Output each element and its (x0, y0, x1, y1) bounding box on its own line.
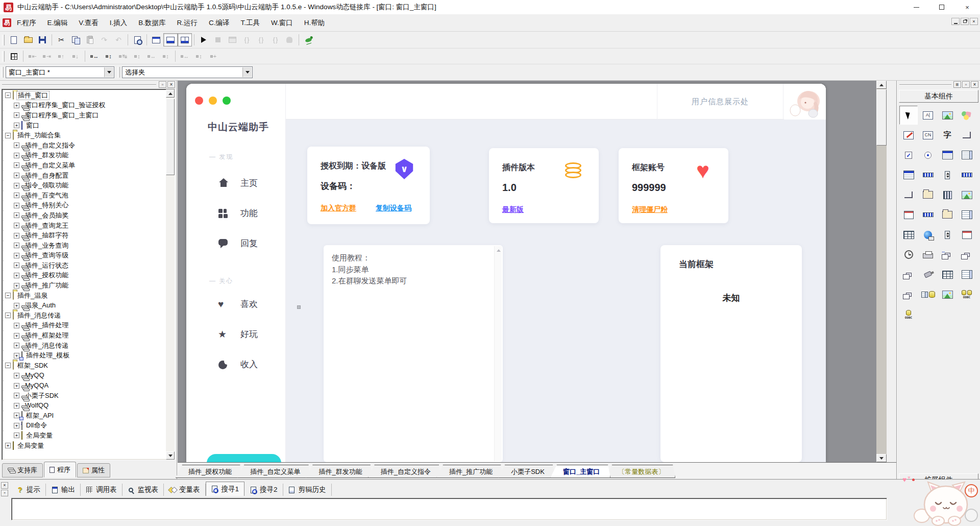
tree-item-label[interactable]: 插件_业务查询 (24, 242, 69, 250)
tree-row[interactable]: −插件_功能合集 (3, 130, 165, 140)
component-rich-edit-box[interactable] (899, 126, 918, 145)
component-odbc-database[interactable]: ODBC (958, 285, 976, 304)
align-right-button[interactable]: ⇥ (40, 50, 54, 63)
component-data-exchange[interactable] (938, 245, 957, 264)
tree-expand-toggle[interactable]: + (14, 273, 19, 278)
menu-B.数据库[interactable]: B.数据库 (133, 17, 171, 29)
editor-tab-小栗子SDK[interactable]: 小栗子SDK (498, 465, 555, 478)
component-label[interactable]: A| (919, 106, 937, 125)
tree-row[interactable]: −插件_消息传递 (3, 310, 165, 321)
component-window-container[interactable] (958, 225, 976, 244)
component-record-to-doc[interactable] (899, 285, 918, 304)
make-same-width-button[interactable]: ↔ (144, 50, 159, 63)
layout-split-pane-button[interactable] (178, 33, 192, 46)
tree-expand-toggle[interactable]: + (14, 262, 19, 268)
tree-row[interactable]: +MyQQ (3, 371, 165, 381)
align-bottom-button[interactable]: ↓ (68, 50, 83, 63)
maximize-button[interactable] (929, 0, 954, 14)
mdi-close-button[interactable]: × (970, 18, 978, 25)
tree-row[interactable]: +Dll命令 (3, 421, 165, 431)
panel-drag-handle[interactable] (2, 84, 156, 85)
tree-item-label[interactable]: 插件_自定义指令 (24, 141, 76, 150)
tree-row[interactable]: +插件_授权功能 (3, 271, 165, 281)
step-out-button[interactable]: { } (268, 33, 282, 46)
tutorial-textbox[interactable]: 使用教程： 1.同步菜单 2.在群聊发送菜单即可 (324, 245, 503, 462)
component-picture-box[interactable] (938, 106, 957, 125)
tree-item-label[interactable]: 插件_自定义菜单 (24, 161, 76, 170)
dock-tab-输出[interactable]: 输出 (46, 484, 81, 496)
component-checkbox[interactable]: ✓ (899, 146, 918, 164)
step-over-button[interactable]: { } (254, 33, 268, 46)
tree-row[interactable]: +插件_百变气泡 (3, 190, 165, 201)
component-odbc-query[interactable]: ODBC (899, 305, 918, 324)
tree-row[interactable]: +MyQQA (3, 380, 165, 391)
panel-float-button[interactable]: ▫ (159, 81, 166, 88)
panel-close-button[interactable]: × (167, 81, 175, 88)
tree-item-label[interactable]: 插件_百变气泡 (24, 192, 69, 200)
tree-expand-toggle[interactable]: − (5, 363, 11, 368)
left-tab-支持库[interactable]: 支持库 (2, 463, 43, 477)
textbox-scrollbar[interactable] (494, 246, 502, 461)
center-vertical-button[interactable]: ↕ (102, 50, 116, 63)
fit-both-button[interactable]: + (206, 50, 220, 63)
scroll-up-button[interactable] (876, 81, 887, 89)
scroll-down-button[interactable] (876, 454, 887, 462)
component-internet-transfer[interactable] (919, 225, 937, 244)
component-dir-box[interactable] (938, 205, 957, 224)
panel-drag-handle[interactable] (899, 84, 951, 85)
latest-version-link[interactable]: 最新版 (502, 205, 524, 214)
tree-expand-toggle[interactable]: − (5, 313, 11, 318)
tree-row[interactable]: +插件_框架处理 (3, 330, 165, 341)
toolbar-grip[interactable] (1, 67, 4, 78)
tree-expand-toggle[interactable]: + (14, 413, 19, 418)
scroll-down-button[interactable] (166, 451, 175, 460)
scrollbar-thumb[interactable] (166, 99, 175, 175)
tree-item-label[interactable]: 插件_消息传递 (16, 312, 62, 320)
tree-expand-toggle[interactable]: + (14, 153, 19, 158)
component-vertical-spinner[interactable] (938, 165, 957, 184)
tree-row[interactable]: +插件_群发功能 (3, 151, 165, 161)
tree-row[interactable]: +小栗子SDK (3, 391, 165, 401)
form-designer-canvas[interactable]: 中山云端助手 — 发现主页功能回复— 关心♥喜欢★好玩收入 用户信息展示处 (178, 81, 887, 462)
clean-zombie-fans-link[interactable]: 清理僵尸粉 (632, 205, 668, 214)
scroll-up-button[interactable] (166, 89, 175, 98)
close-button[interactable]: × (954, 0, 980, 14)
menu-R.运行[interactable]: R.运行 (172, 17, 204, 29)
undo-button[interactable]: ↶ (111, 33, 126, 46)
tree-item-label[interactable]: 窗口程序集_窗口_主窗口 (24, 111, 100, 119)
menu-H.帮助[interactable]: H.帮助 (299, 17, 331, 29)
tree-item-label[interactable]: 插件_特别关心 (24, 201, 69, 209)
component-select-cursor[interactable] (899, 106, 918, 125)
align-left-button[interactable]: ⇤ (26, 50, 40, 63)
tree-row[interactable]: +WolfQQ (3, 400, 165, 411)
form-grid-settings-button[interactable] (7, 50, 21, 63)
nav-item-功能[interactable]: 功能 (218, 207, 258, 219)
component-combobox[interactable] (899, 165, 918, 184)
selection-handle[interactable] (297, 305, 301, 309)
menu-V.查看[interactable]: V.查看 (73, 17, 104, 29)
tree-item-label[interactable]: 插件_自身配置 (24, 172, 69, 180)
tree-item-label[interactable]: 窗口程序集_窗口_验证授权 (24, 101, 106, 109)
tree-expand-toggle[interactable]: + (14, 193, 19, 198)
search-input[interactable] (11, 498, 887, 520)
tree-expand-toggle[interactable]: + (14, 243, 19, 248)
mdi-restore-button[interactable] (961, 18, 969, 25)
tree-expand-toggle[interactable]: + (14, 383, 19, 389)
tree-item-label[interactable]: 插件处理_模板 (25, 351, 70, 360)
space-evenly-down-button[interactable]: ↕ (130, 50, 144, 63)
tree-row[interactable]: +插件_推广功能 (3, 280, 165, 291)
tree-item-label[interactable]: 插件_推广功能 (24, 281, 69, 290)
tree-expand-toggle[interactable]: + (14, 233, 19, 238)
dock-tab-提示[interactable]: ?提示 (11, 484, 46, 496)
tree-row[interactable]: −框架_SDK (3, 361, 165, 371)
tree-item-label[interactable]: 全局变量 (16, 442, 45, 450)
toolbar-grip[interactable] (117, 67, 120, 78)
tree-row[interactable]: +全局变量 (3, 431, 165, 441)
component-data-grid[interactable] (938, 265, 957, 284)
tree-expand-toggle[interactable]: + (14, 253, 19, 258)
menu-I.插入[interactable]: I.插入 (104, 17, 133, 29)
dock-float-button[interactable]: ▫ (1, 490, 8, 496)
left-tab-属性[interactable]: 属性 (77, 463, 110, 477)
component-record-to-var[interactable] (919, 285, 937, 304)
layout-left-pane-button[interactable] (149, 33, 163, 46)
